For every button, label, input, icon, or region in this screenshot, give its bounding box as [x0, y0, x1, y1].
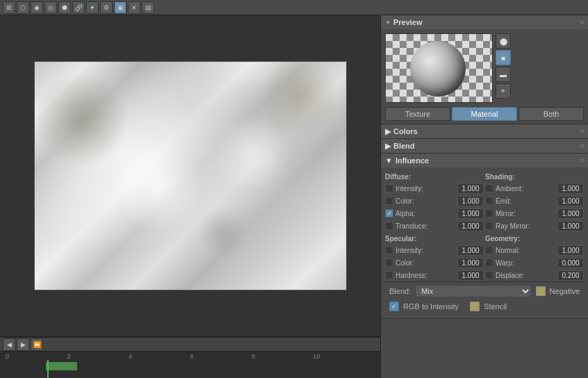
- tl-icon-1[interactable]: ◀: [3, 338, 15, 351]
- colors-more[interactable]: ≡: [580, 128, 584, 135]
- cb-mirror[interactable]: [485, 209, 493, 217]
- toolbar-icon-6[interactable]: 🔗: [72, 1, 85, 14]
- diffuse-column: Diffuse: Intensity: 1.000 Color: 1.000: [385, 172, 484, 232]
- blend-more[interactable]: ≡: [580, 142, 584, 149]
- tl-icon-2[interactable]: ▶: [17, 338, 29, 351]
- val-alpha[interactable]: 1.000: [457, 208, 484, 219]
- specular-header: Specular:: [385, 233, 484, 244]
- toolbar-icon-2[interactable]: ⬡: [17, 1, 29, 14]
- cb-spec-intensity[interactable]: [385, 246, 393, 254]
- preview-icon-plane[interactable]: ▬: [496, 67, 511, 82]
- negative-checkbox[interactable]: [536, 286, 546, 296]
- val-ambient[interactable]: 1.000: [557, 183, 584, 194]
- preview-header[interactable]: ▼ Preview ≡: [381, 15, 588, 29]
- val-warp[interactable]: 0.000: [557, 258, 584, 268]
- influence-row-alpha: ✓ Alpha: 1.000: [385, 207, 484, 220]
- val-mirror[interactable]: 1.000: [557, 208, 584, 219]
- val-transluce[interactable]: 1.000: [457, 221, 484, 231]
- influence-row-color: Color: 1.000: [385, 195, 484, 207]
- toolbar-icon-7[interactable]: ✦: [86, 1, 99, 14]
- toolbar-icon-5[interactable]: ⬢: [58, 1, 71, 14]
- val-ray-mirror[interactable]: 1.000: [557, 221, 584, 231]
- t-num-0: 0: [6, 353, 67, 360]
- influence-section: ▼ Influence ≡ Diffuse: Intensity: 1.000: [381, 154, 588, 319]
- shading-column: Shading: Ambient: 1.000 Emit: 1.000: [485, 172, 584, 232]
- blend-select[interactable]: Mix: [415, 285, 531, 297]
- val-displace[interactable]: 0.200: [557, 270, 584, 281]
- influence-arrow: ▼: [385, 156, 393, 165]
- influence-row-normal: Normal: 1.000: [485, 244, 584, 256]
- preview-icon-sphere[interactable]: ⬤: [496, 33, 511, 49]
- cb-emit[interactable]: [485, 197, 493, 205]
- rgb-checkmark: ✓: [391, 303, 397, 310]
- colors-section-header[interactable]: ▶ Colors ≡: [381, 124, 588, 138]
- cb-ray-mirror[interactable]: [485, 222, 493, 230]
- tl-icon-3[interactable]: ⏩: [31, 338, 43, 351]
- lbl-hardness: Hardness:: [395, 272, 455, 279]
- preview-tabs: Texture Material Both: [381, 107, 588, 124]
- tab-texture[interactable]: Texture: [385, 107, 450, 121]
- val-spec-intensity[interactable]: 1.000: [457, 245, 484, 256]
- preview-icon-cube[interactable]: ■: [496, 50, 511, 65]
- left-panel: ◀ ▶ ⏩ 0 2 4 6 8 10: [0, 15, 381, 378]
- timeline-green-bar[interactable]: [46, 362, 77, 370]
- tab-material[interactable]: Material: [452, 107, 517, 121]
- val-emit[interactable]: 1.000: [557, 196, 584, 206]
- t-num-6: 6: [190, 353, 252, 360]
- cb-normal[interactable]: [485, 246, 493, 254]
- influence-grid: Diffuse: Intensity: 1.000 Color: 1.000: [385, 172, 584, 281]
- stencil-checkbox[interactable]: [470, 302, 480, 311]
- toolbar-icon-9[interactable]: ✕: [128, 1, 140, 14]
- rgb-row: ✓ RGB to Intensity Stencil: [385, 300, 584, 314]
- influence-row-ambient: Ambient: 1.000: [485, 182, 584, 195]
- val-intensity[interactable]: 1.000: [457, 183, 484, 194]
- toolbar-icon-3[interactable]: ◉: [31, 1, 43, 14]
- geometry-column: Geometry: Normal: 1.000 Warp: 0.000: [485, 233, 584, 281]
- cb-hardness[interactable]: [385, 271, 393, 279]
- cb-transluce[interactable]: [385, 222, 393, 230]
- lbl-ambient: Ambient:: [496, 185, 555, 192]
- tab-both[interactable]: Both: [518, 107, 584, 121]
- timeline-numbers: 0 2 4 6 8 10: [0, 353, 380, 360]
- timeline-cursor[interactable]: [47, 360, 49, 378]
- influence-header[interactable]: ▼ Influence ≡: [381, 154, 588, 167]
- influence-more[interactable]: ≡: [580, 157, 584, 164]
- cb-intensity[interactable]: [385, 184, 393, 192]
- toolbar-icon-1[interactable]: ⊞: [3, 1, 15, 14]
- val-normal[interactable]: 1.000: [557, 245, 584, 256]
- negative-label: Negative: [550, 287, 580, 295]
- cb-spec-color[interactable]: [385, 258, 393, 267]
- t-num-2: 2: [67, 353, 129, 360]
- toolbar-icon-4[interactable]: ◎: [44, 1, 57, 14]
- cb-alpha[interactable]: ✓: [385, 209, 393, 217]
- preview-content: ⬤ ■ ▬ ⌖: [381, 29, 588, 107]
- sphere-ball: [410, 41, 466, 97]
- influence-row-hardness: Hardness: 1.000: [385, 269, 484, 281]
- influence-row-spec-intensity: Intensity: 1.000: [385, 244, 484, 256]
- preview-icon-3d[interactable]: ⌖: [496, 83, 511, 99]
- cb-color[interactable]: [385, 197, 393, 205]
- lbl-warp: Warp:: [496, 259, 555, 267]
- right-panel: ▼ Preview ≡ ⬤ ■ ▬ ⌖ Texture Material Bot…: [381, 15, 588, 378]
- cb-warp[interactable]: [485, 258, 493, 267]
- val-color[interactable]: 1.000: [457, 196, 484, 206]
- cb-ambient[interactable]: [485, 184, 493, 192]
- toolbar-icon-10[interactable]: ▤: [142, 1, 154, 14]
- val-hardness[interactable]: 1.000: [457, 270, 484, 281]
- preview-arrow: ▼: [385, 19, 391, 26]
- lbl-transluce: Transluce:: [395, 222, 455, 230]
- lbl-displace: Displace:: [496, 272, 555, 279]
- diffuse-header: Diffuse:: [385, 172, 484, 182]
- rgb-checkbox[interactable]: ✓: [389, 302, 399, 311]
- lbl-color: Color:: [395, 197, 455, 205]
- toolbar-icon-8[interactable]: ⚙: [100, 1, 113, 14]
- timeline-body: 0 2 4 6 8 10: [0, 352, 380, 378]
- blend-arrow: ▶: [385, 142, 391, 151]
- val-spec-color[interactable]: 1.000: [457, 258, 484, 268]
- cb-displace[interactable]: [485, 271, 493, 279]
- blend-section-header[interactable]: ▶ Blend ≡: [381, 139, 588, 153]
- blend-label: Blend:: [389, 287, 411, 295]
- toolbar-icon-active[interactable]: ▣: [114, 1, 126, 14]
- preview-more[interactable]: ≡: [580, 19, 584, 26]
- lbl-normal: Normal:: [496, 247, 555, 254]
